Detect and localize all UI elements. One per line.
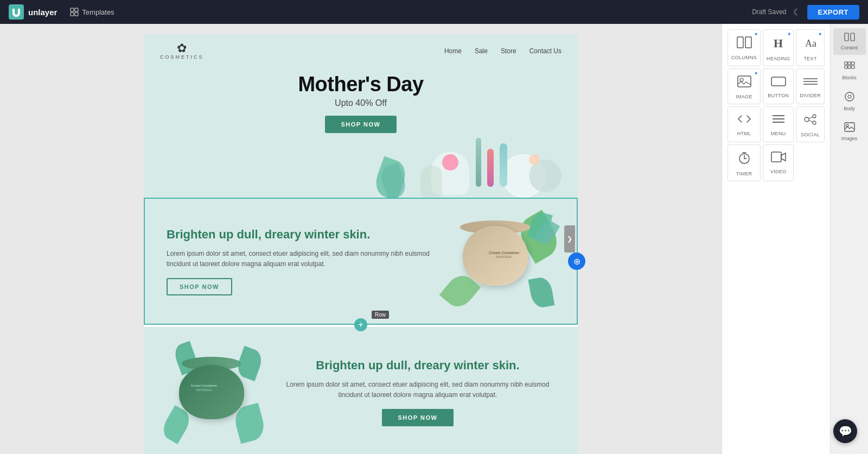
tab-content[interactable]: Content [833, 28, 866, 55]
body-tab-label: Body [844, 106, 855, 111]
panel-item-menu[interactable]: MENU [763, 106, 794, 142]
templates-button[interactable]: Templates [66, 5, 118, 18]
hero-product-image [372, 122, 578, 198]
svg-rect-9 [738, 76, 751, 87]
leaf-bottom-right [528, 276, 555, 309]
section-3-product-image: Cream Container NATIOGAL [165, 343, 263, 441]
svg-point-36 [845, 92, 854, 101]
s3-leaf4 [234, 346, 265, 381]
columns-label: COLUMNS [731, 55, 757, 60]
section-2-title: Brighten up dull, dreary winter skin. [167, 227, 430, 243]
email-navbar: ✿ COSMETICS Home Sale Store Contact Us [144, 35, 578, 67]
button-label: BUTTON [768, 93, 789, 98]
heading-label: HEADING [767, 56, 790, 61]
svg-rect-4 [75, 12, 78, 16]
jar-label: Cream Container NATIOGAL [489, 250, 519, 260]
hero-title: Mother's Day [155, 73, 567, 96]
body-tab-icon [844, 91, 855, 105]
video-label: VIDEO [770, 169, 787, 174]
blocks-tab-icon [844, 61, 855, 74]
content-tab-icon [844, 33, 855, 44]
panel-item-divider[interactable]: DIVIDER [796, 68, 825, 104]
right-panel: ✦ COLUMNS ✦ H [722, 24, 868, 454]
svg-rect-28 [845, 33, 848, 41]
svg-rect-31 [848, 62, 851, 65]
row-label-badge: Row [372, 311, 389, 319]
text-label: TEXT [804, 56, 817, 61]
html-label: HTML [737, 131, 751, 136]
panel-item-timer[interactable]: TIMER [727, 144, 761, 181]
section-2-body: Lorem ipsum dolor sit amet, consect etue… [167, 249, 430, 269]
panel-item-image[interactable]: ✦ IMAGE [727, 68, 761, 104]
panel-collapse-button[interactable]: ❯ [564, 225, 575, 253]
blocks-tab-label: Blocks [842, 75, 857, 80]
section-2-text-block: Brighten up dull, dreary winter skin. Lo… [167, 227, 430, 296]
svg-point-37 [848, 95, 851, 98]
logo-text: COSMETICS [160, 54, 204, 60]
svg-rect-34 [848, 66, 851, 68]
svg-rect-2 [75, 8, 78, 11]
image-icon [737, 75, 751, 91]
nav-home: Home [444, 47, 462, 55]
section-3-shop-button[interactable]: SHOP NOW [382, 409, 454, 426]
main-area: ✿ COSMETICS Home Sale Store Contact Us M… [0, 24, 868, 454]
hero-subtitle: Upto 40% Off [155, 98, 567, 108]
navbar-right: Draft Saved ☾ EXPORT [752, 5, 859, 20]
tab-body[interactable]: Body [833, 87, 866, 116]
canvas-area: ✿ COSMETICS Home Sale Store Contact Us M… [0, 24, 722, 454]
timer-label: TIMER [736, 171, 752, 176]
unlayer-logo: unlayer [9, 4, 57, 20]
logo-symbol: ✿ [177, 42, 187, 54]
nav-sale: Sale [475, 47, 488, 55]
svg-text:H: H [774, 36, 783, 49]
svg-rect-29 [851, 33, 854, 41]
columns-icon [737, 36, 752, 52]
email-product-section-3: Cream Container NATIOGAL Brighten up dul… [144, 327, 578, 454]
section-2-product-image: Cream Container NATIOGAL [446, 215, 555, 307]
panel-item-heading[interactable]: ✦ H HEADING [763, 29, 794, 66]
tab-images[interactable]: Images [833, 118, 866, 146]
section-3-text-block: Brighten up dull, dreary winter skin. Lo… [279, 358, 556, 427]
svg-rect-11 [771, 77, 786, 86]
svg-rect-38 [845, 123, 854, 131]
email-hero-section: ✿ COSMETICS Home Sale Store Contact Us M… [144, 35, 578, 198]
dark-mode-toggle[interactable]: ☾ [793, 7, 801, 17]
panel-item-columns[interactable]: ✦ COLUMNS [727, 29, 761, 66]
nav-contact: Contact Us [529, 47, 561, 55]
section-2-shop-button[interactable]: SHOP NOW [167, 278, 232, 295]
text-icon: Aa [804, 36, 817, 53]
video-icon [771, 152, 786, 166]
panel-item-video[interactable]: VIDEO [763, 144, 794, 181]
panel-item-text[interactable]: ✦ Aa TEXT [796, 29, 825, 66]
row-move-handle[interactable]: ⊕ [568, 253, 585, 270]
svg-rect-30 [845, 62, 847, 65]
svg-point-18 [805, 117, 809, 122]
panel-item-html[interactable]: HTML [727, 106, 761, 142]
brand-name: unlayer [28, 8, 57, 17]
email-product-section-2[interactable]: Brighten up dull, dreary winter skin. Lo… [144, 198, 578, 325]
draft-saved-status: Draft Saved [752, 8, 786, 16]
tab-blocks[interactable]: Blocks [833, 57, 866, 85]
svg-line-22 [809, 121, 813, 122]
svg-text:Aa: Aa [805, 38, 816, 49]
svg-rect-6 [745, 37, 751, 48]
menu-label: MENU [771, 131, 786, 136]
columns-plus-icon: ✦ [754, 31, 758, 37]
templates-label: Templates [82, 8, 114, 16]
panel-item-button[interactable]: BUTTON [763, 68, 794, 104]
panel-item-social[interactable]: SOCIAL [796, 106, 825, 142]
svg-rect-0 [9, 4, 24, 20]
email-nav-links: Home Sale Store Contact Us [444, 47, 561, 55]
chat-button[interactable]: 💬 [833, 419, 857, 443]
image-plus-icon: ✦ [754, 71, 758, 76]
text-plus-icon: ✦ [818, 31, 822, 37]
images-tab-label: Images [841, 136, 858, 141]
add-row-button[interactable]: + [354, 318, 367, 331]
chat-icon: 💬 [839, 425, 852, 438]
export-button[interactable]: EXPORT [807, 5, 859, 20]
email-container: ✿ COSMETICS Home Sale Store Contact Us M… [144, 35, 578, 443]
svg-rect-1 [71, 8, 74, 11]
svg-rect-35 [851, 66, 854, 68]
images-tab-icon [844, 122, 855, 135]
social-label: SOCIAL [801, 132, 820, 137]
